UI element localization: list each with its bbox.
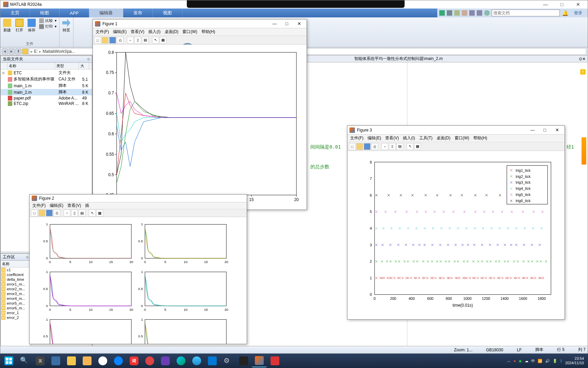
ws-var[interactable]: c1 xyxy=(1,267,31,272)
menu-item[interactable]: 编辑(E) xyxy=(113,29,127,35)
ws-var[interactable]: error_1 xyxy=(1,310,31,315)
pdf-app[interactable] xyxy=(267,354,282,367)
notes-app[interactable] xyxy=(80,354,95,367)
menu-item[interactable]: 桌面(D) xyxy=(437,135,451,141)
redo-icon[interactable] xyxy=(477,10,482,16)
colorbar-icon[interactable]: ▤ xyxy=(396,143,403,150)
save-fig-icon[interactable] xyxy=(109,37,116,44)
colorbar-icon[interactable]: ▤ xyxy=(79,210,85,216)
datatip-icon[interactable]: ▫ xyxy=(381,143,388,150)
taskview-button[interactable] xyxy=(48,354,63,367)
save-fig-icon[interactable] xyxy=(364,143,371,150)
bell-icon[interactable]: 🔔 xyxy=(562,10,569,16)
ws-menu-icon[interactable]: ⊙ xyxy=(26,255,29,259)
menu-item[interactable]: 工具(T) xyxy=(419,135,432,141)
compare-button[interactable]: 比较▼ xyxy=(39,18,57,23)
props-icon[interactable]: ▦ xyxy=(160,37,166,44)
new-button[interactable]: 新建 xyxy=(2,18,12,33)
menu-item[interactable]: 窗口(W) xyxy=(182,29,197,35)
pointer-icon[interactable]: ↖ xyxy=(89,210,96,216)
settings-app[interactable]: ⚙ xyxy=(220,354,235,367)
menu-item[interactable]: 查看(V) xyxy=(67,203,81,209)
datatip-icon[interactable]: ▫ xyxy=(127,37,134,44)
tab-apps[interactable]: APP xyxy=(60,9,89,17)
file-row[interactable]: main_2.m脚本8 K xyxy=(1,89,92,95)
back-button[interactable]: ◄ xyxy=(2,48,8,55)
maximize-button[interactable]: □ xyxy=(555,2,569,7)
explorer-button[interactable] xyxy=(64,354,79,367)
props-icon[interactable]: ▦ xyxy=(96,210,103,216)
props-icon[interactable]: ▦ xyxy=(414,143,421,150)
figure-2-window[interactable]: Figure 2 文件(F)编辑(E)查看(V)插 □ ⎙ ▫ ▯ ▤ ↖ ▦ … xyxy=(29,194,247,344)
terminal-app[interactable] xyxy=(236,354,251,367)
tab-home[interactable]: 主页 xyxy=(0,9,30,17)
status-encoding[interactable]: GB18030 xyxy=(486,348,503,352)
qq-app[interactable] xyxy=(95,354,110,367)
print-fig-icon[interactable]: ⎙ xyxy=(53,210,60,216)
ws-var[interactable]: error2_m... xyxy=(1,287,31,291)
datatip-icon[interactable]: ▫ xyxy=(64,210,70,216)
print-fig-icon[interactable]: ⎙ xyxy=(117,37,124,44)
fig1-max[interactable]: □ xyxy=(281,21,292,26)
status-eol[interactable]: LF xyxy=(517,348,522,352)
fig3-max[interactable]: □ xyxy=(539,127,550,133)
link-icon[interactable]: ▯ xyxy=(71,210,78,216)
tray-wechat-icon[interactable]: ◉ xyxy=(519,359,522,363)
ws-var[interactable]: error5_m... xyxy=(1,301,31,306)
file-row[interactable]: paper.pdfAdobe A...49 xyxy=(1,95,92,101)
tray-bluetooth-icon[interactable]: ᛒ xyxy=(560,359,562,363)
file-row[interactable]: ⊞ETC文件夹 xyxy=(1,70,92,76)
open-button[interactable]: 打开 xyxy=(15,18,24,33)
link-icon[interactable]: ▯ xyxy=(389,143,396,150)
menu-item[interactable]: 帮助(H) xyxy=(473,135,487,141)
ws-var[interactable]: coefficient xyxy=(1,272,31,277)
figure-3-window[interactable]: Figure 3 —□✕ 文件(F)编辑(E)查看(V)插入(I)工具(T)桌面… xyxy=(347,125,565,320)
folder-icon[interactable] xyxy=(22,48,28,55)
file-row[interactable]: 多智能体系统的事件驱CAJ 文件5.1 xyxy=(1,76,92,82)
help-icon[interactable] xyxy=(484,10,490,16)
tray-cloud-icon[interactable]: ☁ xyxy=(525,359,528,363)
tab-plots[interactable]: 绘图 xyxy=(30,9,60,17)
ws-var[interactable]: error4_m... xyxy=(1,296,31,301)
ws-var[interactable]: error_2 xyxy=(1,315,31,320)
tab-publish[interactable]: 发布 xyxy=(123,9,153,17)
tray-ime-icon[interactable]: 中 xyxy=(531,358,535,364)
menu-item[interactable]: 插入(I) xyxy=(148,29,160,35)
fig1-close[interactable]: ✕ xyxy=(294,21,305,26)
minimize-button[interactable]: — xyxy=(539,2,552,7)
edge-app[interactable] xyxy=(174,354,189,367)
system-tray[interactable]: ︿ ● ◉ ☁ 中 📶 🔊 🔋 ᛒ 23:54 2024/11/10 xyxy=(504,356,587,365)
editor-close-icon[interactable]: ✕ xyxy=(582,57,586,61)
up-button[interactable]: ⬆ xyxy=(15,48,21,55)
menu-item[interactable]: 帮助(H) xyxy=(201,29,215,35)
pointer-icon[interactable]: ↖ xyxy=(152,37,159,44)
menu-item[interactable]: 桌面(D) xyxy=(165,29,179,35)
tab-editor[interactable]: 编辑器 xyxy=(89,9,123,17)
tray-battery-icon[interactable]: 🔋 xyxy=(553,359,557,363)
status-zoom[interactable]: Zoom: 1... xyxy=(454,348,472,352)
login-link[interactable]: 登录 xyxy=(571,10,586,16)
undo-icon[interactable] xyxy=(469,10,475,16)
start-button[interactable] xyxy=(1,354,16,367)
ws-var[interactable]: error3_m... xyxy=(1,291,31,296)
editor-menu-icon[interactable]: ⊙ xyxy=(579,57,582,61)
tray-rec-icon[interactable]: ● xyxy=(513,359,516,363)
print-fig-icon[interactable]: ⎙ xyxy=(371,143,378,150)
app-purple[interactable] xyxy=(158,354,173,367)
browser-app[interactable] xyxy=(189,354,204,367)
save-fig-icon[interactable] xyxy=(46,210,53,216)
menu-item[interactable]: 文件(F) xyxy=(32,203,46,209)
matlab-taskbar[interactable] xyxy=(252,354,267,367)
figure2-axes[interactable]: 0510152000.510510152000.510510152000.510… xyxy=(30,217,247,344)
menu-item[interactable]: 编辑(E) xyxy=(50,203,63,209)
menu-item[interactable]: 文件(F) xyxy=(96,29,109,35)
menu-item[interactable]: 编辑(E) xyxy=(368,135,381,141)
vscode-app[interactable] xyxy=(205,354,220,367)
clock[interactable]: 23:54 2024/11/10 xyxy=(565,356,584,365)
tray-volume-icon[interactable]: 🔊 xyxy=(545,359,550,363)
menu-item[interactable]: 文件(F) xyxy=(350,135,363,141)
new-fig-icon[interactable]: □ xyxy=(31,210,38,216)
colorbar-icon[interactable]: ▤ xyxy=(142,37,149,44)
ws-var[interactable]: error1_m... xyxy=(1,282,31,287)
paste-icon[interactable] xyxy=(462,10,467,16)
